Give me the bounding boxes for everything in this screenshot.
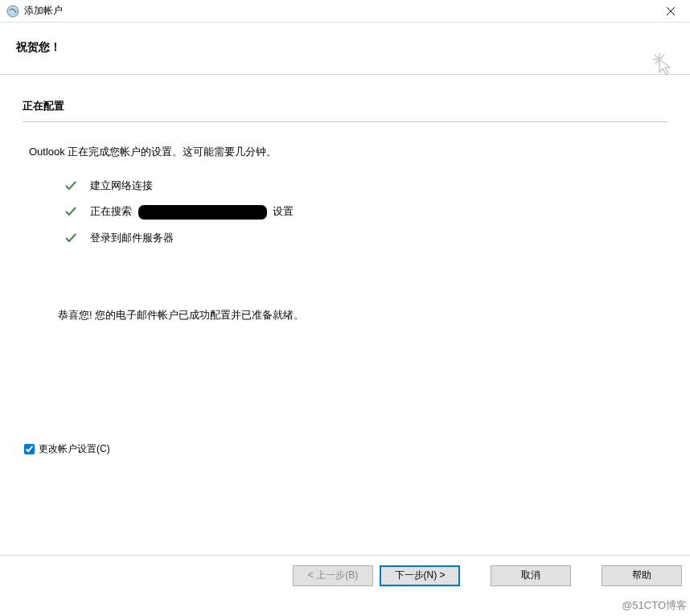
watermark: @51CTO博客 xyxy=(622,598,687,613)
close-button[interactable] xyxy=(655,0,687,23)
cancel-button[interactable]: 取消 xyxy=(491,565,571,586)
window-title: 添加帐户 xyxy=(24,4,655,18)
section-title: 正在配置 xyxy=(23,99,667,121)
step-item: 登录到邮件服务器 xyxy=(64,231,667,245)
help-button[interactable]: 帮助 xyxy=(602,565,682,586)
svg-line-5 xyxy=(655,55,659,60)
change-settings-input[interactable] xyxy=(24,444,35,454)
success-message: 恭喜您! 您的电子邮件帐户已成功配置并已准备就绪。 xyxy=(58,308,667,322)
header-title: 祝贺您！ xyxy=(16,40,674,55)
back-button: < 上一步(B) xyxy=(293,565,373,586)
titlebar: 添加帐户 xyxy=(0,0,690,23)
svg-line-6 xyxy=(660,55,664,59)
step-label: 登录到邮件服务器 xyxy=(90,231,174,245)
svg-line-7 xyxy=(655,60,659,64)
next-button[interactable]: 下一步(N) > xyxy=(380,565,460,586)
checkbox-label: 更改帐户设置(C) xyxy=(39,442,110,456)
redacted-text xyxy=(138,205,267,220)
step-item: 正在搜索 设置 xyxy=(64,204,667,220)
steps-list: 建立网络连接 正在搜索 设置 登录到邮件服务器 xyxy=(64,179,667,245)
cursor-sparkle-icon xyxy=(651,51,677,77)
app-icon xyxy=(6,5,19,18)
section-divider xyxy=(23,121,667,122)
step-label-prefix: 正在搜索 xyxy=(90,205,132,217)
checkmark-icon xyxy=(64,232,77,244)
svg-point-0 xyxy=(7,6,18,17)
wizard-header: 祝贺您！ xyxy=(0,23,690,75)
checkmark-icon xyxy=(64,205,77,218)
step-label: 建立网络连接 xyxy=(90,179,153,193)
wizard-content: 正在配置 Outlook 正在完成您帐户的设置。这可能需要几分钟。 建立网络连接… xyxy=(0,75,690,322)
step-label: 正在搜索 设置 xyxy=(90,204,294,220)
button-bar: < 上一步(B) 下一步(N) > 取消 帮助 xyxy=(0,555,690,595)
step-item: 建立网络连接 xyxy=(64,179,667,193)
step-label-suffix: 设置 xyxy=(273,205,294,217)
change-account-settings-checkbox[interactable]: 更改帐户设置(C) xyxy=(24,442,110,456)
checkmark-icon xyxy=(64,179,77,192)
status-message: Outlook 正在完成您帐户的设置。这可能需要几分钟。 xyxy=(29,145,667,159)
